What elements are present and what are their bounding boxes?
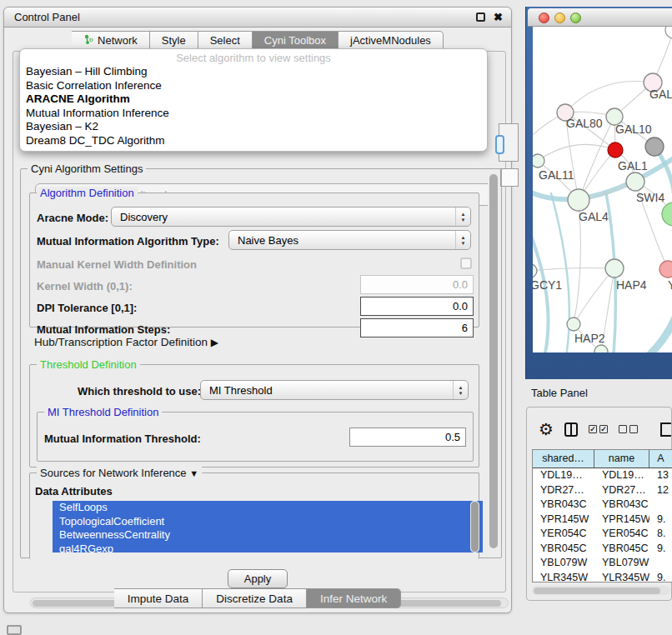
kernel-width-field[interactable]: 0.0 (360, 275, 474, 294)
table-cell: YDR27… (594, 483, 649, 498)
dpi-tolerance-field[interactable]: 0.0 (360, 297, 474, 316)
tab-label: Style (162, 34, 186, 47)
tab[interactable]: Cyni Toolbox (253, 31, 339, 50)
node-pink[interactable] (659, 261, 672, 278)
table-horizontal-scrollbar[interactable] (532, 586, 670, 595)
table-row[interactable]: YBL079WYBL079W (533, 556, 672, 571)
network-canvas[interactable]: GALGAL80GAL10GAL1GAL11SWI4GAL4GCY1HAP4YH… (533, 27, 672, 352)
combo-stepper-focused[interactable] (495, 135, 504, 154)
table-row[interactable]: YLR345WYLR345W9. (533, 571, 672, 583)
tab[interactable]: jActiveMNodules (339, 31, 444, 50)
table-cell: YER054C (533, 527, 594, 542)
table-cell: YBL079W (533, 556, 594, 571)
mi-algorithm-type-combo[interactable]: Naive Bayes ▲▼ (228, 230, 471, 250)
tab[interactable]: Impute Data (114, 588, 203, 608)
tab[interactable]: Network (72, 31, 150, 50)
table-cell: 9. (649, 512, 672, 528)
node[interactable] (594, 345, 608, 352)
table-row[interactable]: YBR043CYBR043C (533, 498, 672, 512)
minimized-panel-icon[interactable] (7, 625, 22, 635)
mi-threshold-field[interactable]: 0.5 (349, 428, 466, 447)
zoom-window-icon[interactable] (570, 12, 581, 23)
table-cell: YDL19… (533, 468, 594, 483)
which-threshold-combo[interactable]: MI Threshold ▲▼ (200, 380, 469, 400)
algorithm-dropdown-popup: Select algorithm to view settings Bayesi… (19, 48, 488, 152)
algorithm-option[interactable]: Mutual Information Inference (20, 107, 487, 121)
tab-label: Impute Data (128, 592, 189, 605)
select-all-icon[interactable]: ✓✓ (589, 425, 608, 433)
algorithm-option[interactable]: ARACNE Algorithm (20, 92, 487, 107)
sources-expander[interactable]: Sources for Network Inference ▼ (37, 467, 202, 479)
table-row[interactable]: YER054CYER054C8. (533, 527, 672, 542)
list-item-selected[interactable]: TopologicalCoefficient (53, 515, 483, 529)
table-cell: YPR145W (533, 512, 594, 528)
table-cell: 8. (649, 527, 672, 542)
node-hap2[interactable] (567, 318, 580, 331)
node-gal4[interactable] (568, 189, 589, 211)
tab[interactable]: Infer Network (307, 588, 401, 608)
kernel-width-label: Kernel Width (0,1): (37, 280, 133, 292)
close-window-icon[interactable] (539, 12, 549, 23)
table-cell: 9. (649, 542, 672, 557)
node-gcy1[interactable] (533, 264, 537, 278)
table-header: shared… name A (533, 450, 672, 468)
network-window-titlebar[interactable] (528, 8, 672, 27)
table-cell: YPR145W (594, 512, 649, 528)
network-icon (83, 34, 93, 48)
algorithm-option[interactable]: Dream8 DC_TDC Algorithm (20, 134, 487, 148)
column-header[interactable]: shared… (533, 450, 594, 468)
node-selected[interactable] (608, 142, 623, 158)
deselect-all-icon[interactable] (619, 425, 638, 433)
close-panel-icon[interactable]: ✖ (494, 12, 503, 22)
node-hap4[interactable] (605, 259, 624, 278)
table-row[interactable]: YDR27…YDR27…12 (533, 483, 672, 498)
float-panel-icon[interactable] (476, 12, 485, 22)
list-vertical-scrollbar[interactable] (470, 501, 479, 552)
node-green[interactable] (662, 202, 672, 226)
table-row[interactable]: YBR045CYBR045C9. (533, 542, 672, 557)
node[interactable] (665, 27, 672, 38)
table-body: YDL19…YDL19…13YDR27…YDR27…12YBR043CYBR04… (533, 468, 672, 582)
node-label: GAL10 (615, 122, 652, 136)
tab[interactable]: Discretize Data (203, 588, 307, 608)
node-gal11[interactable] (533, 154, 544, 168)
minimize-window-icon[interactable] (554, 12, 565, 23)
algorithm-option[interactable]: Bayesian – Hill Climbing (20, 65, 487, 79)
table-cell: YBR045C (533, 542, 594, 557)
tab-label: jActiveMNodules (350, 34, 431, 47)
tab-label: Discretize Data (216, 592, 293, 605)
network-view-window: GALGAL80GAL10GAL1GAL11SWI4GAL4GCY1HAP4YH… (525, 7, 672, 379)
column-layout-icon[interactable] (564, 422, 578, 437)
manual-kernel-checkbox[interactable] (460, 258, 472, 269)
control-panel-titlebar[interactable]: Control Panel ✖ (4, 8, 511, 28)
algorithm-list: Bayesian – Hill Climbing Basic Correlati… (20, 65, 487, 148)
algorithm-option[interactable]: Bayesian – K2 (20, 120, 487, 134)
apply-button[interactable]: Apply (228, 569, 288, 588)
gear-icon[interactable]: ⚙ (539, 421, 554, 438)
table-cell: YLR345W (533, 571, 594, 583)
table-row[interactable]: YPR145WYPR145W9. (533, 512, 672, 528)
table-cell: YLR345W (594, 571, 649, 583)
list-item-selected[interactable]: BetweennessCentrality (53, 528, 483, 542)
column-header[interactable]: A (649, 450, 672, 468)
export-table-icon[interactable] (660, 422, 671, 437)
settings-vertical-scrollbar[interactable] (488, 174, 499, 552)
tab-label: Select (210, 34, 240, 47)
table-row[interactable]: YDL19…YDL19…13 (533, 468, 672, 483)
dpi-tolerance-label: DPI Tolerance [0,1]: (37, 302, 137, 314)
node-gray[interactable] (645, 138, 664, 156)
popup-placeholder: Select algorithm to view settings (20, 51, 487, 65)
node-gal1[interactable] (626, 172, 644, 191)
tab[interactable]: Style (150, 31, 198, 50)
list-item-selected[interactable]: SelfLoops (53, 501, 483, 515)
aracne-mode-combo[interactable]: Discovery ▲▼ (111, 207, 471, 227)
algorithm-option[interactable]: Basic Correlation Inference (20, 79, 487, 93)
table-cell: 13 (649, 468, 672, 483)
node-label: Y (668, 278, 672, 292)
column-header[interactable]: name (594, 450, 649, 468)
list-item-selected[interactable]: gal4RGexp (53, 542, 483, 553)
mi-threshold-label: Mutual Information Threshold: (44, 432, 201, 445)
tab[interactable]: Select (198, 31, 253, 50)
mi-steps-field[interactable]: 6 (360, 318, 474, 338)
hub-definition-expander[interactable]: Hub/Transcription Factor Definition ▶ (34, 336, 218, 348)
